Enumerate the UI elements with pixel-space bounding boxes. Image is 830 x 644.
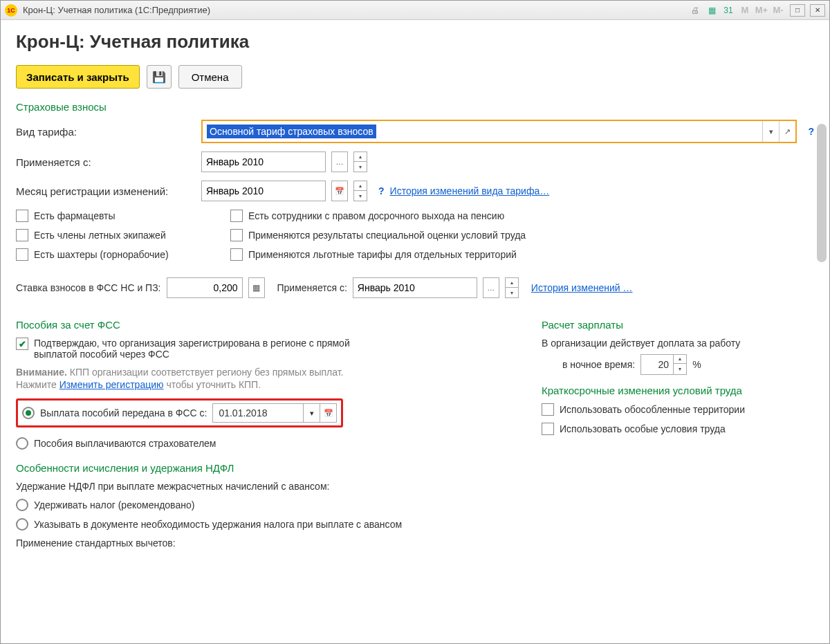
ndfl-deductions-label: Применение стандартных вычетов: bbox=[16, 537, 514, 549]
reg-month-calendar-icon[interactable]: 📅 bbox=[331, 181, 348, 201]
content-area: Крон-Ц: Учетная политика Записать и закр… bbox=[1, 20, 829, 643]
cb-pharma-label: Есть фармацевты bbox=[34, 210, 116, 221]
app-logo-icon: 1C bbox=[5, 4, 17, 17]
radio-fss-transfer[interactable] bbox=[22, 407, 35, 419]
cb-spec-label: Применяются результаты специальной оценк… bbox=[248, 230, 526, 241]
close-button[interactable]: ✕ bbox=[810, 4, 825, 17]
save-close-button[interactable]: Записать и закрыть bbox=[16, 65, 140, 89]
fss-applies-ellipsis[interactable]: … bbox=[483, 277, 499, 298]
radio-fss-label: Выплата пособий передана в ФСС с: bbox=[40, 407, 207, 418]
radio-ndfl-doc-label: Указывать в документе необходимость удер… bbox=[34, 519, 402, 530]
reg-month-label: Месяц регистрации изменений: bbox=[16, 185, 196, 197]
radio-insurer[interactable] bbox=[16, 437, 28, 450]
warning-line1: Внимание. КПП организации соответствует … bbox=[16, 367, 514, 378]
fss-applies-spinner[interactable]: ▴▾ bbox=[505, 277, 519, 298]
m-minus-icon[interactable]: M- bbox=[771, 3, 785, 17]
radio-insurer-label: Пособия выплачиваются страхователем bbox=[34, 438, 216, 449]
applies-from-spinner[interactable]: ▴▾ bbox=[353, 151, 367, 172]
spin-up-icon[interactable]: ▴ bbox=[354, 181, 367, 191]
spin-up-icon[interactable]: ▴ bbox=[674, 354, 686, 364]
radio-ndfl-rec-label: Удерживать налог (рекомендовано) bbox=[34, 499, 194, 510]
fss-date-calendar-icon[interactable]: 📅 bbox=[320, 404, 336, 422]
fss-transfer-highlight: Выплата пособий передана в ФСС с: 01.01.… bbox=[16, 398, 343, 427]
cb-pension[interactable] bbox=[230, 210, 243, 222]
fss-date-input[interactable]: 01.01.2018 ▾ 📅 bbox=[212, 403, 337, 423]
reg-month-help-icon[interactable]: ? bbox=[378, 185, 385, 196]
warning-bold: Внимание. bbox=[16, 367, 67, 378]
tariff-dropdown-icon[interactable]: ▾ bbox=[762, 121, 779, 142]
fss-applies-input[interactable] bbox=[353, 277, 477, 298]
applies-from-input[interactable] bbox=[201, 151, 326, 172]
night-value: 20 bbox=[641, 359, 673, 370]
reg-month-input[interactable] bbox=[201, 181, 326, 201]
applies-from-ellipsis[interactable]: … bbox=[331, 151, 348, 172]
toolbar: Записать и закрыть 💾 Отмена bbox=[16, 65, 814, 89]
spin-down-icon[interactable]: ▾ bbox=[354, 162, 367, 172]
m-icon[interactable]: M bbox=[738, 3, 752, 17]
titlebar: 1C Крон-Ц: Учетная политика (1С:Предприя… bbox=[1, 1, 829, 20]
cb-flight-label: Есть члены летных экипажей bbox=[34, 230, 166, 241]
fss-applies-label: Применяется с: bbox=[277, 282, 347, 293]
tariff-value: Основной тариф страховых взносов bbox=[207, 125, 376, 138]
cb-miners-label: Есть шахтеры (горнорабочие) bbox=[34, 249, 169, 260]
applies-from-label: Применяется с: bbox=[16, 156, 196, 168]
app-window: 1C Крон-Ц: Учетная политика (1С:Предприя… bbox=[0, 0, 830, 644]
cb-spec-cond-label: Использовать особые условия труда bbox=[560, 423, 726, 434]
section-insurance: Страховые взносы bbox=[16, 101, 814, 113]
fss-rate-calc-icon[interactable]: ▦ bbox=[248, 277, 265, 298]
cb-spec[interactable] bbox=[230, 229, 243, 241]
section-short-term: Краткосрочные изменения условий труда bbox=[542, 385, 804, 396]
night-suffix: % bbox=[692, 359, 701, 370]
tariff-help-icon[interactable]: ? bbox=[808, 126, 814, 137]
cb-miners[interactable] bbox=[16, 248, 28, 261]
warning-line2: Нажмите Изменить регистрацию чтобы уточн… bbox=[16, 379, 514, 390]
night-text1: В организации действует доплата за работ… bbox=[542, 338, 804, 349]
cb-pharma[interactable] bbox=[16, 210, 28, 222]
floppy-icon: 💾 bbox=[152, 71, 166, 84]
section-fss: Пособия за счет ФСС bbox=[16, 319, 514, 331]
scrollbar[interactable] bbox=[817, 124, 827, 636]
page-title: Крон-Ц: Учетная политика bbox=[16, 31, 814, 53]
night-value-input[interactable]: 20 ▴▾ bbox=[640, 354, 687, 375]
cb-sep-terr-label: Использовать обособленные территории bbox=[560, 404, 745, 415]
reg-month-spinner[interactable]: ▴▾ bbox=[353, 181, 367, 201]
cb-spec-cond[interactable] bbox=[542, 423, 554, 435]
fss-date-value: 01.01.2018 bbox=[213, 407, 303, 418]
cb-pension-label: Есть сотрудники с правом досрочного выхо… bbox=[248, 210, 504, 221]
radio-ndfl-rec[interactable] bbox=[16, 499, 28, 511]
m-plus-icon[interactable]: M+ bbox=[755, 3, 768, 17]
print-icon[interactable]: 🖨 bbox=[688, 3, 702, 17]
radio-ndfl-doc[interactable] bbox=[16, 518, 28, 531]
calculator-icon[interactable]: ▦ bbox=[705, 3, 719, 17]
tariff-history-link[interactable]: История изменений вида тарифа… bbox=[390, 185, 550, 196]
tariff-open-icon[interactable]: ↗ bbox=[779, 121, 795, 142]
section-salary: Расчет зарплаты bbox=[542, 319, 804, 331]
cb-sep-terr[interactable] bbox=[542, 403, 554, 416]
fss-history-link[interactable]: История изменений … bbox=[531, 282, 633, 293]
tariff-select[interactable]: Основной тариф страховых взносов ▾ ↗ bbox=[201, 120, 797, 143]
night-text2: в ночное время: bbox=[562, 359, 635, 370]
spin-down-icon[interactable]: ▾ bbox=[354, 191, 367, 201]
cb-flight[interactable] bbox=[16, 229, 28, 241]
spin-down-icon[interactable]: ▾ bbox=[506, 288, 518, 297]
fss-date-dropdown-icon[interactable]: ▾ bbox=[303, 404, 320, 422]
tariff-label: Вид тарифа: bbox=[16, 126, 196, 138]
cb-terr-label: Применяются льготные тарифы для отдельны… bbox=[248, 249, 517, 260]
spin-up-icon[interactable]: ▴ bbox=[354, 152, 367, 162]
cb-confirm[interactable]: ✔ bbox=[16, 338, 28, 350]
save-button[interactable]: 💾 bbox=[147, 65, 172, 89]
cb-terr[interactable] bbox=[230, 248, 243, 261]
cb-confirm-label: Подтверждаю, что организация зарегистрир… bbox=[34, 338, 394, 360]
spin-down-icon[interactable]: ▾ bbox=[674, 364, 686, 374]
fss-rate-input[interactable] bbox=[167, 277, 243, 298]
ndfl-subtitle: Удержание НДФЛ при выплате межрасчетных … bbox=[16, 481, 514, 492]
cancel-button[interactable]: Отмена bbox=[178, 65, 242, 89]
spin-up-icon[interactable]: ▴ bbox=[506, 278, 518, 288]
scrollbar-thumb[interactable] bbox=[817, 124, 827, 262]
window-title: Крон-Ц: Учетная политика (1С:Предприятие… bbox=[23, 5, 688, 15]
calendar-icon[interactable]: 31 bbox=[721, 3, 735, 17]
section-ndfl: Особенности исчисления и удержания НДФЛ bbox=[16, 462, 514, 474]
change-registration-link[interactable]: Изменить регистрацию bbox=[59, 379, 164, 390]
fss-rate-label: Ставка взносов в ФСС НС и ПЗ: bbox=[16, 282, 161, 293]
maximize-button[interactable]: □ bbox=[790, 4, 805, 17]
